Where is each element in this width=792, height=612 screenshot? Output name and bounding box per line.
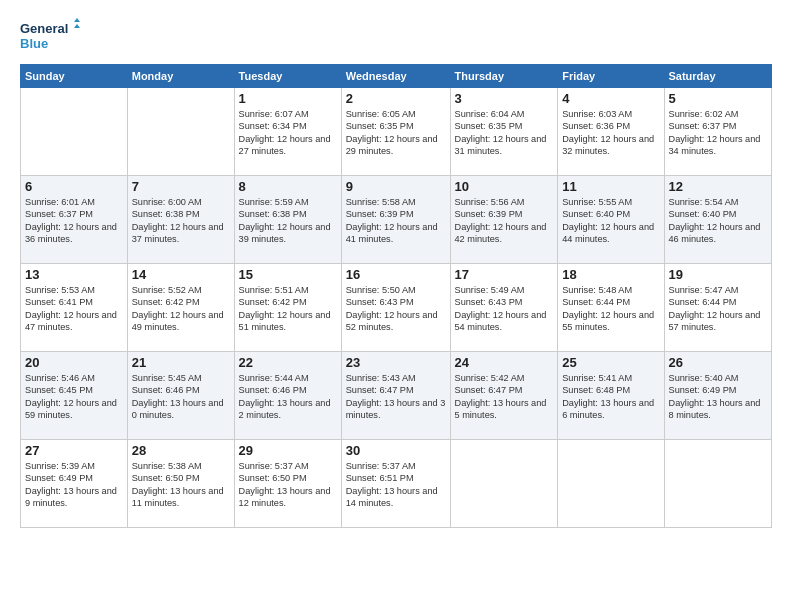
day-number: 21 bbox=[132, 355, 230, 370]
day-number: 10 bbox=[455, 179, 554, 194]
day-number: 24 bbox=[455, 355, 554, 370]
day-info: Sunrise: 5:54 AM Sunset: 6:40 PM Dayligh… bbox=[669, 196, 768, 246]
day-number: 16 bbox=[346, 267, 446, 282]
day-info: Sunrise: 6:05 AM Sunset: 6:35 PM Dayligh… bbox=[346, 108, 446, 158]
day-info: Sunrise: 5:53 AM Sunset: 6:41 PM Dayligh… bbox=[25, 284, 123, 334]
day-info: Sunrise: 5:59 AM Sunset: 6:38 PM Dayligh… bbox=[239, 196, 337, 246]
day-number: 12 bbox=[669, 179, 768, 194]
table-cell: 29Sunrise: 5:37 AM Sunset: 6:50 PM Dayli… bbox=[234, 440, 341, 528]
page-header: General Blue bbox=[20, 18, 772, 54]
table-cell: 19Sunrise: 5:47 AM Sunset: 6:44 PM Dayli… bbox=[664, 264, 772, 352]
table-cell: 20Sunrise: 5:46 AM Sunset: 6:45 PM Dayli… bbox=[21, 352, 128, 440]
svg-marker-3 bbox=[74, 24, 80, 28]
svg-marker-2 bbox=[74, 18, 80, 22]
header-sunday: Sunday bbox=[21, 65, 128, 88]
logo-svg: General Blue bbox=[20, 18, 80, 54]
table-cell: 1Sunrise: 6:07 AM Sunset: 6:34 PM Daylig… bbox=[234, 88, 341, 176]
table-cell: 25Sunrise: 5:41 AM Sunset: 6:48 PM Dayli… bbox=[558, 352, 664, 440]
day-info: Sunrise: 5:37 AM Sunset: 6:50 PM Dayligh… bbox=[239, 460, 337, 510]
day-number: 22 bbox=[239, 355, 337, 370]
header-wednesday: Wednesday bbox=[341, 65, 450, 88]
day-info: Sunrise: 5:47 AM Sunset: 6:44 PM Dayligh… bbox=[669, 284, 768, 334]
day-info: Sunrise: 5:40 AM Sunset: 6:49 PM Dayligh… bbox=[669, 372, 768, 422]
day-number: 7 bbox=[132, 179, 230, 194]
table-cell: 10Sunrise: 5:56 AM Sunset: 6:39 PM Dayli… bbox=[450, 176, 558, 264]
day-number: 11 bbox=[562, 179, 659, 194]
day-info: Sunrise: 5:42 AM Sunset: 6:47 PM Dayligh… bbox=[455, 372, 554, 422]
day-info: Sunrise: 5:45 AM Sunset: 6:46 PM Dayligh… bbox=[132, 372, 230, 422]
table-cell bbox=[558, 440, 664, 528]
day-number: 6 bbox=[25, 179, 123, 194]
day-number: 14 bbox=[132, 267, 230, 282]
day-info: Sunrise: 5:52 AM Sunset: 6:42 PM Dayligh… bbox=[132, 284, 230, 334]
table-cell: 30Sunrise: 5:37 AM Sunset: 6:51 PM Dayli… bbox=[341, 440, 450, 528]
table-cell: 8Sunrise: 5:59 AM Sunset: 6:38 PM Daylig… bbox=[234, 176, 341, 264]
table-cell: 11Sunrise: 5:55 AM Sunset: 6:40 PM Dayli… bbox=[558, 176, 664, 264]
day-number: 5 bbox=[669, 91, 768, 106]
calendar-table: Sunday Monday Tuesday Wednesday Thursday… bbox=[20, 64, 772, 528]
day-number: 29 bbox=[239, 443, 337, 458]
day-number: 25 bbox=[562, 355, 659, 370]
day-info: Sunrise: 5:43 AM Sunset: 6:47 PM Dayligh… bbox=[346, 372, 446, 422]
table-cell: 9Sunrise: 5:58 AM Sunset: 6:39 PM Daylig… bbox=[341, 176, 450, 264]
day-info: Sunrise: 6:01 AM Sunset: 6:37 PM Dayligh… bbox=[25, 196, 123, 246]
table-cell bbox=[127, 88, 234, 176]
day-number: 20 bbox=[25, 355, 123, 370]
calendar-week-3: 13Sunrise: 5:53 AM Sunset: 6:41 PM Dayli… bbox=[21, 264, 772, 352]
table-cell: 17Sunrise: 5:49 AM Sunset: 6:43 PM Dayli… bbox=[450, 264, 558, 352]
day-info: Sunrise: 5:56 AM Sunset: 6:39 PM Dayligh… bbox=[455, 196, 554, 246]
day-number: 18 bbox=[562, 267, 659, 282]
table-cell: 14Sunrise: 5:52 AM Sunset: 6:42 PM Dayli… bbox=[127, 264, 234, 352]
day-info: Sunrise: 5:55 AM Sunset: 6:40 PM Dayligh… bbox=[562, 196, 659, 246]
calendar-week-2: 6Sunrise: 6:01 AM Sunset: 6:37 PM Daylig… bbox=[21, 176, 772, 264]
header-thursday: Thursday bbox=[450, 65, 558, 88]
table-cell: 15Sunrise: 5:51 AM Sunset: 6:42 PM Dayli… bbox=[234, 264, 341, 352]
day-info: Sunrise: 5:58 AM Sunset: 6:39 PM Dayligh… bbox=[346, 196, 446, 246]
day-info: Sunrise: 5:48 AM Sunset: 6:44 PM Dayligh… bbox=[562, 284, 659, 334]
day-info: Sunrise: 5:46 AM Sunset: 6:45 PM Dayligh… bbox=[25, 372, 123, 422]
day-number: 23 bbox=[346, 355, 446, 370]
table-cell: 26Sunrise: 5:40 AM Sunset: 6:49 PM Dayli… bbox=[664, 352, 772, 440]
day-number: 28 bbox=[132, 443, 230, 458]
header-friday: Friday bbox=[558, 65, 664, 88]
day-number: 3 bbox=[455, 91, 554, 106]
day-info: Sunrise: 6:02 AM Sunset: 6:37 PM Dayligh… bbox=[669, 108, 768, 158]
table-cell: 23Sunrise: 5:43 AM Sunset: 6:47 PM Dayli… bbox=[341, 352, 450, 440]
table-cell: 22Sunrise: 5:44 AM Sunset: 6:46 PM Dayli… bbox=[234, 352, 341, 440]
table-cell: 28Sunrise: 5:38 AM Sunset: 6:50 PM Dayli… bbox=[127, 440, 234, 528]
day-number: 9 bbox=[346, 179, 446, 194]
day-number: 26 bbox=[669, 355, 768, 370]
day-info: Sunrise: 5:39 AM Sunset: 6:49 PM Dayligh… bbox=[25, 460, 123, 510]
table-cell: 3Sunrise: 6:04 AM Sunset: 6:35 PM Daylig… bbox=[450, 88, 558, 176]
day-info: Sunrise: 5:38 AM Sunset: 6:50 PM Dayligh… bbox=[132, 460, 230, 510]
table-cell: 21Sunrise: 5:45 AM Sunset: 6:46 PM Dayli… bbox=[127, 352, 234, 440]
day-info: Sunrise: 5:41 AM Sunset: 6:48 PM Dayligh… bbox=[562, 372, 659, 422]
svg-text:Blue: Blue bbox=[20, 36, 48, 51]
day-info: Sunrise: 6:00 AM Sunset: 6:38 PM Dayligh… bbox=[132, 196, 230, 246]
calendar-week-5: 27Sunrise: 5:39 AM Sunset: 6:49 PM Dayli… bbox=[21, 440, 772, 528]
day-info: Sunrise: 5:49 AM Sunset: 6:43 PM Dayligh… bbox=[455, 284, 554, 334]
day-info: Sunrise: 5:44 AM Sunset: 6:46 PM Dayligh… bbox=[239, 372, 337, 422]
day-info: Sunrise: 5:51 AM Sunset: 6:42 PM Dayligh… bbox=[239, 284, 337, 334]
table-cell: 7Sunrise: 6:00 AM Sunset: 6:38 PM Daylig… bbox=[127, 176, 234, 264]
day-number: 1 bbox=[239, 91, 337, 106]
weekday-header-row: Sunday Monday Tuesday Wednesday Thursday… bbox=[21, 65, 772, 88]
table-cell: 18Sunrise: 5:48 AM Sunset: 6:44 PM Dayli… bbox=[558, 264, 664, 352]
day-number: 8 bbox=[239, 179, 337, 194]
day-info: Sunrise: 5:50 AM Sunset: 6:43 PM Dayligh… bbox=[346, 284, 446, 334]
day-info: Sunrise: 6:04 AM Sunset: 6:35 PM Dayligh… bbox=[455, 108, 554, 158]
day-number: 4 bbox=[562, 91, 659, 106]
day-info: Sunrise: 5:37 AM Sunset: 6:51 PM Dayligh… bbox=[346, 460, 446, 510]
table-cell: 6Sunrise: 6:01 AM Sunset: 6:37 PM Daylig… bbox=[21, 176, 128, 264]
table-cell: 2Sunrise: 6:05 AM Sunset: 6:35 PM Daylig… bbox=[341, 88, 450, 176]
table-cell: 12Sunrise: 5:54 AM Sunset: 6:40 PM Dayli… bbox=[664, 176, 772, 264]
table-cell: 13Sunrise: 5:53 AM Sunset: 6:41 PM Dayli… bbox=[21, 264, 128, 352]
day-number: 2 bbox=[346, 91, 446, 106]
header-saturday: Saturday bbox=[664, 65, 772, 88]
table-cell: 27Sunrise: 5:39 AM Sunset: 6:49 PM Dayli… bbox=[21, 440, 128, 528]
calendar-week-4: 20Sunrise: 5:46 AM Sunset: 6:45 PM Dayli… bbox=[21, 352, 772, 440]
table-cell: 4Sunrise: 6:03 AM Sunset: 6:36 PM Daylig… bbox=[558, 88, 664, 176]
day-number: 17 bbox=[455, 267, 554, 282]
table-cell bbox=[450, 440, 558, 528]
table-cell bbox=[664, 440, 772, 528]
